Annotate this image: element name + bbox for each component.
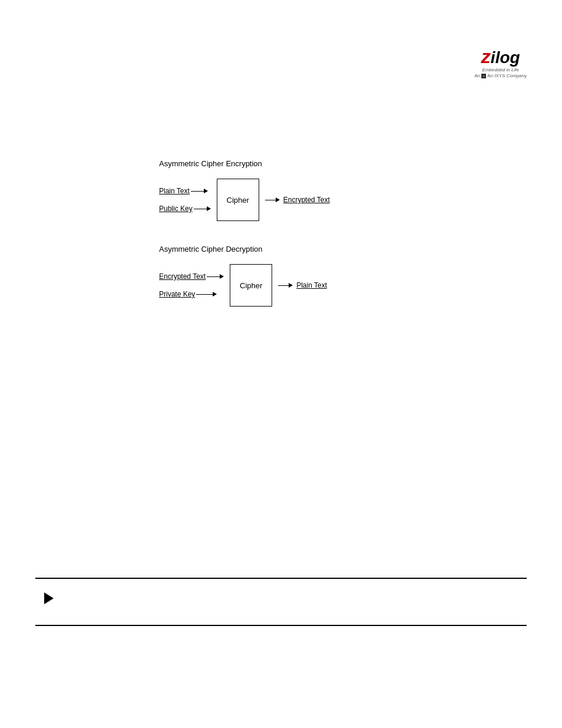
- bottom-line-top: [35, 578, 527, 579]
- encryption-cipher-box: Cipher: [217, 179, 259, 221]
- logo-z: z: [481, 46, 491, 67]
- decryption-output-connector: [278, 283, 293, 288]
- bottom-line-bottom: [35, 625, 527, 626]
- encryption-output-label: Encrypted Text: [283, 196, 330, 204]
- logo-zilog: zilog: [475, 47, 527, 66]
- decryption-encryptedtext-connector: [207, 274, 224, 279]
- encryption-plaintext-connector: [191, 189, 208, 193]
- encryption-publickey-connector: [194, 206, 211, 211]
- decryption-privatekey-label: Private Key: [159, 290, 195, 298]
- arrowhead-4: [213, 292, 217, 297]
- decryption-privatekey-connector: [196, 292, 217, 297]
- decryption-title: Asymmetric Cipher Decryption: [159, 245, 330, 253]
- logo-ixys: An ▪ An IXYS Company: [475, 73, 527, 78]
- logo-ixys-text: An IXYS Company: [487, 73, 527, 78]
- arrowhead-2: [207, 206, 211, 211]
- encryption-input1-row: Plain Text: [159, 187, 212, 195]
- encryption-output-row: Encrypted Text: [264, 196, 330, 204]
- decryption-input2-row: Private Key: [159, 290, 225, 298]
- h-line-2: [194, 209, 207, 209]
- encryption-cipher-label: Cipher: [227, 196, 249, 205]
- decryption-output-row: Plain Text: [277, 281, 327, 289]
- encryption-inputs: Plain Text Public Key: [159, 187, 212, 213]
- decryption-section: Asymmetric Cipher Decryption Encrypted T…: [159, 245, 330, 307]
- logo-ixys-box: ▪: [481, 74, 486, 78]
- decryption-inputs: Encrypted Text Private Key: [159, 272, 225, 298]
- arrowhead-out2: [289, 283, 293, 288]
- encryption-plaintext-label: Plain Text: [159, 187, 190, 195]
- encryption-title: Asymmetric Cipher Encryption: [159, 159, 330, 168]
- decryption-output-label: Plain Text: [296, 281, 327, 289]
- decryption-input1-row: Encrypted Text: [159, 272, 225, 281]
- decryption-cipher-box: Cipher: [230, 264, 272, 307]
- encryption-diagram: Plain Text Public Key Cipher: [159, 179, 330, 221]
- diagram-container: Asymmetric Cipher Encryption Plain Text …: [159, 159, 330, 330]
- decryption-encryptedtext-label: Encrypted Text: [159, 272, 206, 281]
- bottom-triangle-arrow: [44, 592, 54, 604]
- encryption-publickey-label: Public Key: [159, 205, 193, 213]
- h-line-out1: [265, 200, 276, 200]
- logo-an: An: [475, 73, 481, 78]
- logo-area: zilog Embedded in Life An ▪ An IXYS Comp…: [475, 47, 527, 78]
- encryption-input2-row: Public Key: [159, 205, 212, 213]
- encryption-output-connector: [265, 197, 280, 202]
- encryption-section: Asymmetric Cipher Encryption Plain Text …: [159, 159, 330, 221]
- decryption-diagram: Encrypted Text Private Key C: [159, 264, 330, 307]
- logo-tagline: Embedded in Life: [475, 67, 527, 73]
- h-line-out2: [278, 285, 289, 286]
- h-line-3: [207, 276, 220, 277]
- arrowhead-1: [204, 189, 208, 193]
- arrowhead-out1: [276, 197, 280, 202]
- h-line-4: [196, 294, 213, 295]
- logo-ilog: ilog: [491, 48, 520, 67]
- arrowhead-3: [220, 274, 224, 279]
- decryption-cipher-label: Cipher: [240, 281, 262, 290]
- h-line-1: [191, 191, 204, 192]
